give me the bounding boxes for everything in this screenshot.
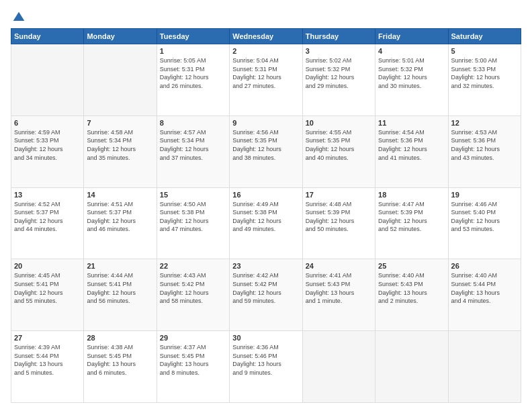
day-number: 16 — [232, 191, 299, 199]
day-number: 21 — [87, 262, 153, 270]
day-info: Sunrise: 4:40 AM Sunset: 5:44 PM Dayligh… — [451, 271, 518, 305]
calendar-cell: 9Sunrise: 4:56 AM Sunset: 5:35 PM Daylig… — [230, 116, 302, 187]
calendar-cell — [302, 331, 375, 403]
day-info: Sunrise: 5:02 AM Sunset: 5:32 PM Dayligh… — [306, 56, 372, 90]
calendar-cell: 23Sunrise: 4:42 AM Sunset: 5:42 PM Dayli… — [230, 259, 302, 331]
day-header-tuesday: Tuesday — [157, 29, 229, 44]
calendar-cell: 19Sunrise: 4:46 AM Sunset: 5:40 PM Dayli… — [448, 187, 521, 259]
day-number: 22 — [160, 262, 226, 270]
day-header-sunday: Sunday — [11, 29, 84, 44]
svg-marker-0 — [13, 12, 25, 21]
calendar-cell — [84, 44, 157, 116]
day-info: Sunrise: 4:38 AM Sunset: 5:45 PM Dayligh… — [87, 343, 153, 377]
calendar-cell: 26Sunrise: 4:40 AM Sunset: 5:44 PM Dayli… — [448, 259, 521, 331]
day-header-monday: Monday — [84, 29, 157, 44]
day-number: 28 — [87, 334, 153, 342]
day-number: 26 — [451, 262, 518, 270]
day-number: 14 — [87, 191, 153, 199]
day-number: 29 — [160, 334, 226, 342]
calendar-cell — [375, 331, 448, 403]
calendar-cell: 28Sunrise: 4:38 AM Sunset: 5:45 PM Dayli… — [84, 331, 157, 403]
calendar-table: SundayMondayTuesdayWednesdayThursdayFrid… — [11, 28, 521, 403]
day-info: Sunrise: 4:50 AM Sunset: 5:38 PM Dayligh… — [160, 200, 226, 234]
calendar-cell: 18Sunrise: 4:47 AM Sunset: 5:39 PM Dayli… — [375, 187, 448, 259]
day-number: 13 — [14, 191, 81, 199]
calendar-cell: 20Sunrise: 4:45 AM Sunset: 5:41 PM Dayli… — [11, 259, 84, 331]
calendar-cell: 3Sunrise: 5:02 AM Sunset: 5:32 PM Daylig… — [302, 44, 375, 116]
calendar-cell: 21Sunrise: 4:44 AM Sunset: 5:41 PM Dayli… — [84, 259, 157, 331]
day-number: 6 — [14, 119, 81, 127]
page: SundayMondayTuesdayWednesdayThursdayFrid… — [0, 0, 532, 411]
calendar-cell: 24Sunrise: 4:41 AM Sunset: 5:43 PM Dayli… — [302, 259, 375, 331]
day-header-thursday: Thursday — [302, 29, 375, 44]
logo-icon — [12, 11, 26, 24]
day-info: Sunrise: 4:51 AM Sunset: 5:37 PM Dayligh… — [87, 200, 153, 234]
day-info: Sunrise: 4:44 AM Sunset: 5:41 PM Dayligh… — [87, 271, 153, 305]
calendar-cell: 15Sunrise: 4:50 AM Sunset: 5:38 PM Dayli… — [157, 187, 229, 259]
calendar-cell — [11, 44, 84, 116]
day-number: 23 — [232, 262, 299, 270]
header — [11, 11, 521, 21]
day-number: 4 — [378, 47, 445, 55]
day-number: 8 — [160, 119, 226, 127]
day-number: 15 — [160, 191, 226, 199]
day-info: Sunrise: 4:53 AM Sunset: 5:36 PM Dayligh… — [451, 128, 518, 162]
day-info: Sunrise: 4:56 AM Sunset: 5:35 PM Dayligh… — [232, 128, 299, 162]
day-number: 1 — [160, 47, 226, 55]
day-info: Sunrise: 5:04 AM Sunset: 5:31 PM Dayligh… — [232, 56, 299, 90]
day-number: 3 — [306, 47, 372, 55]
day-number: 12 — [451, 119, 518, 127]
day-number: 11 — [378, 119, 445, 127]
day-header-wednesday: Wednesday — [230, 29, 302, 44]
day-info: Sunrise: 5:00 AM Sunset: 5:33 PM Dayligh… — [451, 56, 518, 90]
calendar-cell: 27Sunrise: 4:39 AM Sunset: 5:44 PM Dayli… — [11, 331, 84, 403]
calendar-cell — [448, 331, 521, 403]
day-info: Sunrise: 4:57 AM Sunset: 5:34 PM Dayligh… — [160, 128, 226, 162]
day-info: Sunrise: 4:54 AM Sunset: 5:36 PM Dayligh… — [378, 128, 445, 162]
day-info: Sunrise: 4:48 AM Sunset: 5:39 PM Dayligh… — [306, 200, 372, 234]
day-info: Sunrise: 4:42 AM Sunset: 5:42 PM Dayligh… — [232, 271, 299, 305]
day-info: Sunrise: 5:05 AM Sunset: 5:31 PM Dayligh… — [160, 56, 226, 90]
day-number: 10 — [306, 119, 372, 127]
calendar-cell: 5Sunrise: 5:00 AM Sunset: 5:33 PM Daylig… — [448, 44, 521, 116]
calendar-cell: 7Sunrise: 4:58 AM Sunset: 5:34 PM Daylig… — [84, 116, 157, 187]
calendar-cell: 11Sunrise: 4:54 AM Sunset: 5:36 PM Dayli… — [375, 116, 448, 187]
day-number: 2 — [232, 47, 299, 55]
calendar-cell: 13Sunrise: 4:52 AM Sunset: 5:37 PM Dayli… — [11, 187, 84, 259]
calendar-cell: 30Sunrise: 4:36 AM Sunset: 5:46 PM Dayli… — [230, 331, 302, 403]
day-number: 9 — [232, 119, 299, 127]
day-info: Sunrise: 4:47 AM Sunset: 5:39 PM Dayligh… — [378, 200, 445, 234]
day-number: 7 — [87, 119, 153, 127]
day-info: Sunrise: 4:40 AM Sunset: 5:43 PM Dayligh… — [378, 271, 445, 305]
calendar-cell: 1Sunrise: 5:05 AM Sunset: 5:31 PM Daylig… — [157, 44, 229, 116]
day-info: Sunrise: 4:45 AM Sunset: 5:41 PM Dayligh… — [14, 271, 81, 305]
day-info: Sunrise: 4:37 AM Sunset: 5:45 PM Dayligh… — [160, 343, 226, 377]
day-number: 17 — [306, 191, 372, 199]
day-info: Sunrise: 4:43 AM Sunset: 5:42 PM Dayligh… — [160, 271, 226, 305]
calendar-cell: 25Sunrise: 4:40 AM Sunset: 5:43 PM Dayli… — [375, 259, 448, 331]
day-header-saturday: Saturday — [448, 29, 521, 44]
day-info: Sunrise: 4:58 AM Sunset: 5:34 PM Dayligh… — [87, 128, 153, 162]
logo — [11, 11, 26, 21]
day-number: 19 — [451, 191, 518, 199]
day-info: Sunrise: 4:52 AM Sunset: 5:37 PM Dayligh… — [14, 200, 81, 234]
day-number: 5 — [451, 47, 518, 55]
day-header-friday: Friday — [375, 29, 448, 44]
day-info: Sunrise: 4:49 AM Sunset: 5:38 PM Dayligh… — [232, 200, 299, 234]
calendar-cell: 4Sunrise: 5:01 AM Sunset: 5:32 PM Daylig… — [375, 44, 448, 116]
calendar-cell: 6Sunrise: 4:59 AM Sunset: 5:33 PM Daylig… — [11, 116, 84, 187]
day-info: Sunrise: 4:59 AM Sunset: 5:33 PM Dayligh… — [14, 128, 81, 162]
day-number: 18 — [378, 191, 445, 199]
calendar-cell: 10Sunrise: 4:55 AM Sunset: 5:35 PM Dayli… — [302, 116, 375, 187]
day-number: 30 — [232, 334, 299, 342]
calendar-cell: 14Sunrise: 4:51 AM Sunset: 5:37 PM Dayli… — [84, 187, 157, 259]
calendar-cell: 2Sunrise: 5:04 AM Sunset: 5:31 PM Daylig… — [230, 44, 302, 116]
day-number: 25 — [378, 262, 445, 270]
calendar-cell: 16Sunrise: 4:49 AM Sunset: 5:38 PM Dayli… — [230, 187, 302, 259]
day-number: 27 — [14, 334, 81, 342]
day-info: Sunrise: 4:36 AM Sunset: 5:46 PM Dayligh… — [232, 343, 299, 377]
day-number: 20 — [14, 262, 81, 270]
day-info: Sunrise: 4:55 AM Sunset: 5:35 PM Dayligh… — [306, 128, 372, 162]
day-number: 24 — [306, 262, 372, 270]
calendar-cell: 29Sunrise: 4:37 AM Sunset: 5:45 PM Dayli… — [157, 331, 229, 403]
